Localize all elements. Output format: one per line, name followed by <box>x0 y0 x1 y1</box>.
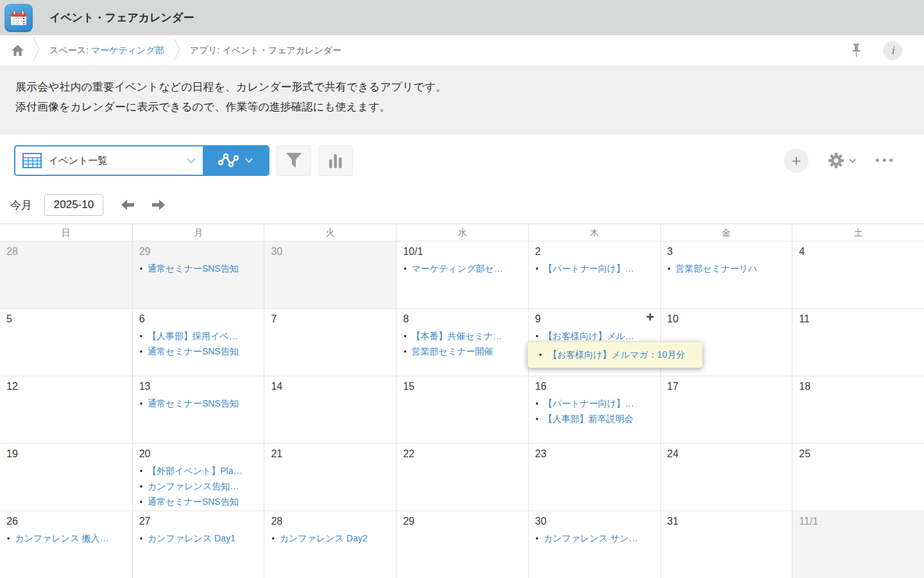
day-number: 3 <box>661 245 792 261</box>
event-bullet: • <box>140 534 142 543</box>
event-link[interactable]: カンファレンス サン… <box>543 533 638 545</box>
day-number: 21 <box>264 447 396 464</box>
pin-icon[interactable] <box>851 44 861 57</box>
event-link[interactable]: 営業部セミナーリハ <box>676 263 758 275</box>
day-cell: 3•営業部セミナーリハ <box>660 241 792 309</box>
day-number: 29 <box>397 514 528 531</box>
breadcrumb: スペース: マーケティング部 アプリ: イベント・フェアカレンダー i <box>0 35 924 66</box>
event-item: •マーケティング部セ… <box>397 261 528 277</box>
event-item: •【人事部】採用イベ… <box>133 329 264 344</box>
event-link[interactable]: 【本番】共催セミナ… <box>411 331 502 342</box>
day-number: 24 <box>661 447 792 464</box>
event-link[interactable]: カンファレンス 搬入… <box>15 533 108 545</box>
day-cell: 30•カンファレンス サン… <box>528 511 660 578</box>
page-title: イベント・フェアカレンダー <box>49 10 194 25</box>
event-link[interactable]: 通常セミナーSNS告知 <box>148 346 239 358</box>
breadcrumb-space: スペース: マーケティング部 <box>49 45 164 57</box>
day-cell: 27•カンファレンス Day1 <box>132 511 264 578</box>
day-number: 14 <box>264 380 396 396</box>
day-cell: 18 <box>792 376 924 444</box>
day-cell: 15 <box>396 376 528 444</box>
day-cell: 25 <box>792 444 924 511</box>
add-record-button[interactable]: + <box>784 148 809 173</box>
graph-view-dropdown[interactable] <box>203 146 268 175</box>
gear-icon <box>828 152 844 169</box>
day-cell: 30 <box>264 241 396 309</box>
add-event-button[interactable]: + <box>646 311 654 324</box>
event-bullet: • <box>536 399 538 408</box>
month-input[interactable] <box>44 194 103 216</box>
day-cell: 14 <box>264 376 396 444</box>
day-cell: 29 <box>396 511 528 578</box>
event-link[interactable]: 営業部セミナー開催 <box>411 346 493 358</box>
chart-button[interactable] <box>318 145 353 176</box>
day-cell: 10/1•マーケティング部セ… <box>396 241 528 309</box>
weekday-label: 金 <box>660 224 792 241</box>
event-bullet: • <box>536 415 538 424</box>
day-cell: 16•【パートナー向け】…•【人事部】新卒説明会 <box>528 376 660 444</box>
event-item: •営業部セミナーリハ <box>661 261 792 277</box>
chevron-down-icon <box>849 159 856 163</box>
space-link[interactable]: マーケティング部 <box>91 45 164 55</box>
day-cell: 2•【パートナー向け】… <box>528 241 660 309</box>
chevron-down-icon <box>245 158 253 163</box>
event-bullet: • <box>271 534 274 543</box>
app-description: 展示会や社内の重要イベントなどの日程を、カレンダー形式で共有できるアプリです。 … <box>0 66 924 135</box>
view-dropdown[interactable]: イベント一覧 <box>15 146 203 175</box>
event-link[interactable]: 【外部イベント】Pla… <box>148 466 243 477</box>
day-cell: 21 <box>264 444 396 511</box>
weekday-label: 木 <box>528 224 660 241</box>
event-item: •【パートナー向け】… <box>529 396 660 412</box>
event-link[interactable]: 【人事部】新卒説明会 <box>543 414 633 425</box>
event-item: •【人事部】新卒説明会 <box>529 412 660 427</box>
event-link[interactable]: カンファレンス Day1 <box>148 533 235 545</box>
event-link[interactable]: 【お客様向け】メル… <box>543 331 634 342</box>
more-options-button[interactable]: ••• <box>875 153 896 168</box>
event-link[interactable]: 通常セミナーSNS告知 <box>148 263 239 275</box>
day-cell: 19 <box>0 444 132 511</box>
next-month-button[interactable] <box>152 200 165 210</box>
day-number: 9 <box>529 312 660 329</box>
app-header: イベント・フェアカレンダー <box>0 0 924 35</box>
event-link[interactable]: マーケティング部セ… <box>411 263 502 275</box>
event-item: •通常セミナーSNS告知 <box>133 261 264 277</box>
weekday-label: 火 <box>264 224 396 241</box>
event-bullet: • <box>140 498 142 507</box>
event-link[interactable]: 通常セミナーSNS告知 <box>148 496 239 508</box>
day-cell: 29•通常セミナーSNS告知 <box>132 241 264 309</box>
day-cell: 6•【人事部】採用イベ…•通常セミナーSNS告知 <box>132 309 264 376</box>
day-number: 31 <box>661 514 792 531</box>
info-button[interactable]: i <box>883 41 902 60</box>
weekday-label: 土 <box>792 224 924 241</box>
event-bullet: • <box>7 534 10 543</box>
event-link[interactable]: 【パートナー向け】… <box>543 263 634 275</box>
date-navigation: 今月 <box>0 186 924 223</box>
settings-button[interactable] <box>828 152 856 169</box>
event-item: •通常セミナーSNS告知 <box>133 495 264 510</box>
day-cell: 28 <box>0 241 132 309</box>
day-number: 20 <box>133 447 264 464</box>
day-cell: 8•【本番】共催セミナ…•営業部セミナー開催 <box>396 309 528 376</box>
event-link[interactable]: カンファレンス告知… <box>148 481 239 493</box>
day-cell: 22 <box>396 444 528 511</box>
event-link[interactable]: 【人事部】採用イベ… <box>148 331 238 342</box>
event-bullet: • <box>668 265 671 274</box>
day-number: 15 <box>397 380 528 396</box>
day-number: 28 <box>264 514 396 531</box>
home-icon[interactable] <box>12 45 24 56</box>
event-link[interactable]: カンファレンス Day2 <box>280 533 368 545</box>
event-item: •【外部イベント】Pla… <box>133 464 264 479</box>
day-cell: 17 <box>660 376 792 444</box>
filter-button[interactable] <box>277 145 311 176</box>
prev-month-button[interactable] <box>121 200 134 210</box>
day-number: 22 <box>397 447 528 464</box>
event-item: •カンファレンス Day1 <box>133 531 264 547</box>
event-link[interactable]: 通常セミナーSNS告知 <box>148 398 239 410</box>
event-bullet: • <box>404 332 406 341</box>
graph-icon <box>218 153 239 168</box>
day-cell: 26•カンファレンス 搬入… <box>0 511 132 578</box>
event-link[interactable]: 【お客様向け】メルマガ：10月分 <box>548 349 685 361</box>
event-link[interactable]: 【パートナー向け】… <box>543 398 634 410</box>
event-bullet: • <box>140 332 142 341</box>
event-bullet: • <box>536 265 538 274</box>
